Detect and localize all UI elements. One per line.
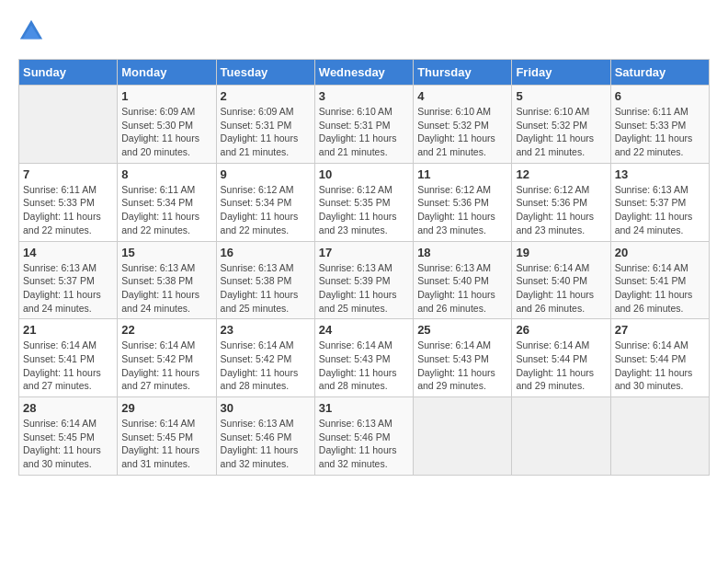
calendar-cell: 10Sunrise: 6:12 AMSunset: 5:35 PMDayligh… (314, 163, 413, 241)
day-detail: Sunrise: 6:14 AMSunset: 5:45 PMDaylight:… (23, 417, 113, 471)
calendar-cell: 8Sunrise: 6:11 AMSunset: 5:34 PMDaylight… (118, 163, 216, 241)
day-number: 26 (516, 323, 606, 337)
calendar-cell: 18Sunrise: 6:13 AMSunset: 5:40 PMDayligh… (414, 241, 512, 319)
day-detail: Sunrise: 6:12 AMSunset: 5:35 PMDaylight:… (319, 183, 409, 237)
day-detail: Sunrise: 6:14 AMSunset: 5:40 PMDaylight:… (516, 261, 606, 316)
day-number: 7 (23, 167, 113, 181)
day-number: 15 (121, 246, 211, 259)
day-detail: Sunrise: 6:09 AMSunset: 5:31 PMDaylight:… (221, 105, 311, 159)
day-detail: Sunrise: 6:13 AMSunset: 5:37 PMDaylight:… (615, 183, 705, 237)
day-detail: Sunrise: 6:10 AMSunset: 5:31 PMDaylight:… (319, 105, 409, 159)
day-detail: Sunrise: 6:14 AMSunset: 5:42 PMDaylight:… (221, 339, 311, 393)
day-number: 31 (319, 401, 409, 415)
calendar-cell: 21Sunrise: 6:14 AMSunset: 5:41 PMDayligh… (19, 319, 118, 397)
day-detail: Sunrise: 6:14 AMSunset: 5:41 PMDaylight:… (615, 261, 705, 316)
calendar-cell: 15Sunrise: 6:13 AMSunset: 5:38 PMDayligh… (118, 241, 216, 319)
logo-icon (18, 18, 44, 44)
calendar-cell: 19Sunrise: 6:14 AMSunset: 5:40 PMDayligh… (512, 241, 610, 319)
day-number: 3 (319, 89, 409, 103)
calendar-cell: 30Sunrise: 6:13 AMSunset: 5:46 PMDayligh… (216, 397, 314, 476)
calendar-week-row: 14Sunrise: 6:13 AMSunset: 5:37 PMDayligh… (19, 241, 710, 319)
calendar-cell: 5Sunrise: 6:10 AMSunset: 5:32 PMDaylight… (512, 86, 610, 164)
day-detail: Sunrise: 6:11 AMSunset: 5:33 PMDaylight:… (23, 183, 113, 237)
day-number: 10 (319, 167, 409, 181)
day-detail: Sunrise: 6:14 AMSunset: 5:43 PMDaylight:… (319, 339, 409, 393)
day-number: 4 (417, 89, 507, 103)
day-detail: Sunrise: 6:14 AMSunset: 5:44 PMDaylight:… (615, 339, 705, 393)
day-detail: Sunrise: 6:13 AMSunset: 5:37 PMDaylight:… (23, 261, 113, 316)
calendar-cell: 4Sunrise: 6:10 AMSunset: 5:32 PMDaylight… (414, 86, 512, 164)
day-number: 19 (516, 246, 606, 259)
calendar-cell: 7Sunrise: 6:11 AMSunset: 5:33 PMDaylight… (19, 163, 118, 241)
day-number: 23 (221, 323, 311, 337)
day-number: 25 (417, 323, 507, 337)
day-number: 14 (23, 246, 113, 259)
calendar-cell: 9Sunrise: 6:12 AMSunset: 5:34 PMDaylight… (216, 163, 314, 241)
day-number: 16 (221, 246, 311, 259)
calendar-week-row: 7Sunrise: 6:11 AMSunset: 5:33 PMDaylight… (19, 163, 710, 241)
calendar-cell: 29Sunrise: 6:14 AMSunset: 5:45 PMDayligh… (118, 397, 216, 476)
calendar-cell: 24Sunrise: 6:14 AMSunset: 5:43 PMDayligh… (314, 319, 413, 397)
day-detail: Sunrise: 6:11 AMSunset: 5:34 PMDaylight:… (121, 183, 211, 237)
day-detail: Sunrise: 6:14 AMSunset: 5:43 PMDaylight:… (417, 339, 507, 393)
calendar-week-row: 21Sunrise: 6:14 AMSunset: 5:41 PMDayligh… (19, 319, 710, 397)
calendar-cell: 25Sunrise: 6:14 AMSunset: 5:43 PMDayligh… (414, 319, 512, 397)
weekday-header: Monday (118, 60, 216, 86)
calendar-cell: 28Sunrise: 6:14 AMSunset: 5:45 PMDayligh… (19, 397, 118, 476)
calendar-cell (414, 397, 512, 476)
day-detail: Sunrise: 6:12 AMSunset: 5:36 PMDaylight:… (516, 183, 606, 237)
logo (18, 18, 48, 44)
day-number: 8 (121, 167, 211, 181)
day-number: 20 (615, 246, 705, 259)
calendar-cell: 26Sunrise: 6:14 AMSunset: 5:44 PMDayligh… (512, 319, 610, 397)
calendar-cell (19, 86, 118, 164)
weekday-header: Tuesday (216, 60, 314, 86)
day-detail: Sunrise: 6:14 AMSunset: 5:42 PMDaylight:… (121, 339, 211, 393)
calendar-cell: 17Sunrise: 6:13 AMSunset: 5:39 PMDayligh… (314, 241, 413, 319)
day-detail: Sunrise: 6:12 AMSunset: 5:34 PMDaylight:… (221, 183, 311, 237)
weekday-header: Friday (512, 60, 610, 86)
day-number: 24 (319, 323, 409, 337)
day-detail: Sunrise: 6:13 AMSunset: 5:39 PMDaylight:… (319, 261, 409, 316)
weekday-header: Sunday (19, 60, 118, 86)
day-number: 27 (615, 323, 705, 337)
calendar-week-row: 28Sunrise: 6:14 AMSunset: 5:45 PMDayligh… (19, 397, 710, 476)
calendar-week-row: 1Sunrise: 6:09 AMSunset: 5:30 PMDaylight… (19, 86, 710, 164)
day-number: 11 (417, 167, 507, 181)
day-number: 21 (23, 323, 113, 337)
calendar-cell: 20Sunrise: 6:14 AMSunset: 5:41 PMDayligh… (610, 241, 709, 319)
day-number: 6 (615, 89, 705, 103)
day-detail: Sunrise: 6:11 AMSunset: 5:33 PMDaylight:… (615, 105, 705, 159)
day-detail: Sunrise: 6:10 AMSunset: 5:32 PMDaylight:… (417, 105, 507, 159)
calendar-header-row: SundayMondayTuesdayWednesdayThursdayFrid… (19, 60, 710, 86)
calendar-cell (610, 397, 709, 476)
calendar-cell: 27Sunrise: 6:14 AMSunset: 5:44 PMDayligh… (610, 319, 709, 397)
day-detail: Sunrise: 6:13 AMSunset: 5:40 PMDaylight:… (417, 261, 507, 316)
day-number: 30 (221, 401, 311, 415)
day-number: 28 (23, 401, 113, 415)
calendar-table: SundayMondayTuesdayWednesdayThursdayFrid… (18, 59, 710, 476)
day-number: 29 (121, 401, 211, 415)
day-detail: Sunrise: 6:14 AMSunset: 5:44 PMDaylight:… (516, 339, 606, 393)
day-detail: Sunrise: 6:13 AMSunset: 5:38 PMDaylight:… (221, 261, 311, 316)
calendar-cell: 2Sunrise: 6:09 AMSunset: 5:31 PMDaylight… (216, 86, 314, 164)
day-detail: Sunrise: 6:12 AMSunset: 5:36 PMDaylight:… (417, 183, 507, 237)
day-number: 12 (516, 167, 606, 181)
calendar-cell: 22Sunrise: 6:14 AMSunset: 5:42 PMDayligh… (118, 319, 216, 397)
day-number: 18 (417, 246, 507, 259)
day-number: 9 (221, 167, 311, 181)
day-detail: Sunrise: 6:14 AMSunset: 5:45 PMDaylight:… (121, 417, 211, 471)
day-number: 1 (121, 89, 211, 103)
calendar-cell: 3Sunrise: 6:10 AMSunset: 5:31 PMDaylight… (314, 86, 413, 164)
calendar-cell: 31Sunrise: 6:13 AMSunset: 5:46 PMDayligh… (314, 397, 413, 476)
day-number: 13 (615, 167, 705, 181)
calendar-cell: 6Sunrise: 6:11 AMSunset: 5:33 PMDaylight… (610, 86, 709, 164)
day-number: 17 (319, 246, 409, 259)
day-detail: Sunrise: 6:14 AMSunset: 5:41 PMDaylight:… (23, 339, 113, 393)
calendar-cell: 16Sunrise: 6:13 AMSunset: 5:38 PMDayligh… (216, 241, 314, 319)
day-detail: Sunrise: 6:13 AMSunset: 5:38 PMDaylight:… (121, 261, 211, 316)
day-number: 5 (516, 89, 606, 103)
day-number: 22 (121, 323, 211, 337)
weekday-header: Thursday (414, 60, 512, 86)
day-detail: Sunrise: 6:10 AMSunset: 5:32 PMDaylight:… (516, 105, 606, 159)
